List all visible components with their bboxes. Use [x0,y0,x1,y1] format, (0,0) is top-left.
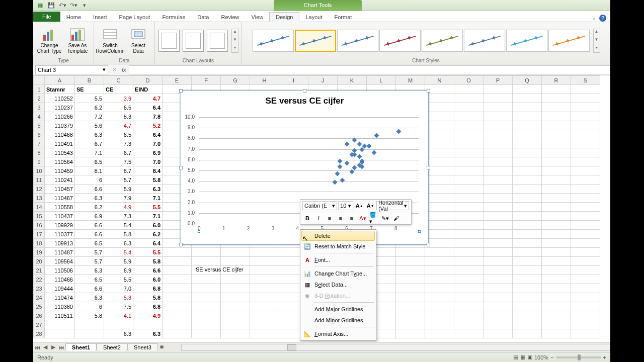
cell[interactable]: 6.7 [75,139,104,148]
cell[interactable] [454,212,484,221]
data-point[interactable] [345,142,350,147]
col-header-E[interactable]: E [163,76,192,85]
row-header-17[interactable]: 17 [34,230,45,239]
switch-row-column-button[interactable]: Switch Row/Column [97,25,123,56]
cell[interactable]: 6.9 [133,148,163,157]
cell[interactable] [396,293,425,302]
cell[interactable] [484,320,513,329]
cell[interactable] [542,148,571,157]
data-point[interactable] [374,133,379,138]
cell[interactable]: 6.3 [75,293,104,302]
cell[interactable] [221,320,250,329]
tab-format[interactable]: Format [328,13,358,22]
qat-more-icon[interactable]: ▾ [80,2,89,10]
change-chart-type-button[interactable]: Change Chart Type [36,25,62,56]
cell[interactable] [425,212,454,221]
col-header-H[interactable]: H [250,76,279,85]
cell[interactable] [571,194,600,203]
cell[interactable] [542,194,571,203]
ctx-add-major-gridlines[interactable]: Add Major Gridlines [301,304,375,315]
cell[interactable] [163,275,192,284]
cell[interactable]: 8.1 [75,166,104,175]
cell[interactable] [484,85,513,94]
cell[interactable] [425,293,454,302]
formula-input[interactable] [129,65,610,74]
cell[interactable]: 6.6 [75,230,104,239]
cell[interactable] [163,266,192,275]
cell[interactable] [513,112,542,121]
cell[interactable] [425,329,454,338]
cell[interactable] [484,311,513,320]
cell[interactable] [513,166,542,175]
chart-styles-gallery[interactable] [252,29,590,52]
cell[interactable] [221,257,250,266]
tab-insert[interactable]: Insert [87,13,113,22]
cell[interactable] [571,266,600,275]
cell[interactable]: 5.8 [133,293,163,302]
sheet-tab-1[interactable]: Sheet1 [65,343,97,351]
cell[interactable] [396,275,425,284]
cell[interactable] [542,121,571,130]
cell[interactable] [513,230,542,239]
mini-size-select[interactable]: 10▾ [338,201,353,210]
cell[interactable] [396,311,425,320]
help-icon[interactable]: ? [599,15,606,22]
tab-design[interactable]: Design [269,12,299,22]
cell[interactable] [454,275,484,284]
row-header-22[interactable]: 22 [34,275,45,284]
cell[interactable] [484,221,513,230]
horizontal-scrollbar[interactable] [181,344,610,351]
col-header-I[interactable]: I [279,76,308,85]
cell[interactable]: 6.3 [75,130,104,139]
cell[interactable] [425,221,454,230]
data-point[interactable] [367,144,372,149]
data-point[interactable] [337,164,342,169]
cell[interactable] [542,112,571,121]
cell[interactable] [425,230,454,239]
cell[interactable]: 6.2 [133,230,163,239]
tab-data[interactable]: Data [191,13,215,22]
cell[interactable] [542,203,571,212]
cell[interactable] [513,103,542,112]
cell[interactable]: 6.5 [104,103,133,112]
cell[interactable] [513,302,542,311]
data-point[interactable] [345,161,350,166]
cell[interactable] [454,221,484,230]
cell[interactable]: 109564 [45,257,75,266]
cell[interactable]: 5.5 [133,248,163,257]
cell[interactable]: 8.7 [104,166,133,175]
col-header-F[interactable]: F [192,76,221,85]
row-header-16[interactable]: 16 [34,221,45,230]
cell[interactable] [571,284,600,293]
cell[interactable]: 5.4 [104,248,133,257]
cell[interactable] [425,302,454,311]
cell[interactable] [454,103,484,112]
cell[interactable] [454,148,484,157]
cell[interactable]: 6.3 [133,185,163,194]
col-header-Q[interactable]: Q [513,76,542,85]
cell[interactable] [454,329,484,338]
cell[interactable] [571,311,600,320]
cell[interactable] [221,311,250,320]
cell[interactable]: 6.3 [104,329,133,338]
chart-layout-3[interactable] [207,30,228,52]
cell[interactable] [163,329,192,338]
row-header-7[interactable]: 7 [34,139,45,148]
row-header-21[interactable]: 21 [34,266,45,275]
cell[interactable]: 110459 [45,166,75,175]
cell[interactable] [484,239,513,248]
chart-style-1[interactable] [253,30,294,52]
cell[interactable]: 7.1 [133,212,163,221]
cell[interactable] [542,230,571,239]
cell[interactable] [250,302,279,311]
row-header-9[interactable]: 9 [34,157,45,166]
cell[interactable] [571,275,600,284]
cell[interactable] [484,329,513,338]
ctx-change-chart-type[interactable]: 📊Change Chart Type... [301,268,375,279]
cell[interactable]: 5.6 [75,121,104,130]
cell[interactable]: 6.6 [75,284,104,293]
chart-title[interactable]: SE versus CE cijfer [181,91,428,108]
row-header-24[interactable]: 24 [34,293,45,302]
cell[interactable] [163,293,192,302]
cell[interactable] [571,230,600,239]
